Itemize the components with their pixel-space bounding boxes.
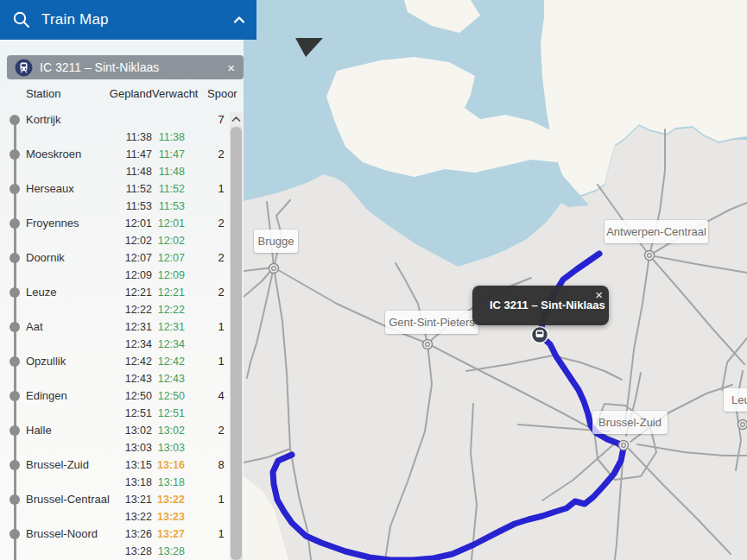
station-name[interactable]: Froyennes [26,215,79,232]
station-name[interactable]: Edingen [26,387,67,405]
table-row[interactable]: Doornik 12:07 12:07 2 12:09 12:09 [0,249,228,284]
departure-expected: 12:22 [152,301,185,318]
table-row[interactable]: Brussel-Noord 13:26 13:27 1 13:28 13:28 [0,525,228,560]
timeline-dot [9,287,20,298]
departure-planned: 11:38 [95,129,152,146]
departure-planned: 13:28 [95,543,152,560]
arrival-planned: 11:52 [95,180,152,198]
arrival-expected: 13:02 [152,422,185,439]
tooltip-close-icon[interactable]: × [595,287,603,303]
column-station: Station [26,87,60,100]
chevron-up-icon[interactable] [232,15,246,25]
table-row[interactable]: Aat 12:31 12:31 1 12:34 12:34 [0,318,228,353]
arrival-planned: 12:50 [95,387,152,405]
station-name[interactable]: Herseaux [26,180,74,198]
arrival-planned: 12:42 [95,353,152,370]
station-name[interactable]: Opzullik [26,353,66,370]
table-row[interactable]: Brussel-Centraal 13:21 13:22 1 13:22 13:… [0,491,228,525]
station-name[interactable]: Doornik [26,249,65,267]
timeline-dot [9,322,20,332]
station-name[interactable]: Brussel-Zuid [26,456,89,474]
station-name[interactable]: Halle [26,422,52,439]
selected-train-bar[interactable]: IC 3211 – Sint-Niklaas × [7,55,244,79]
timeline-dot [9,218,20,229]
table-row[interactable]: Kortrijk 7 11:38 11:38 [0,111,228,146]
column-platform: Spoor [207,87,242,100]
map-label-antwerpen[interactable]: Antwerpen-Centraal [605,220,708,243]
departure-planned: 11:53 [95,198,152,215]
table-row[interactable]: Edingen 12:50 12:50 4 12:51 12:51 [0,387,228,422]
map-label-leuven[interactable]: Leu [724,388,747,412]
arrival-planned [95,111,152,129]
arrival-planned: 12:21 [95,284,152,301]
map-label-brussel-zuid[interactable]: Brussel-Zuid [592,411,668,434]
arrival-planned: 13:15 [95,456,152,474]
table-row[interactable]: Brussel-Zuid 13:15 13:16 8 13:18 13:18 [0,456,228,491]
table-row[interactable]: Opzullik 12:42 12:42 1 12:43 12:43 [0,353,228,387]
search-icon[interactable] [12,10,31,29]
departure-expected: 11:38 [152,129,185,146]
arrival-expected: 12:07 [152,249,185,267]
train-position-marker[interactable] [532,327,548,343]
station-list: Kortrijk 7 11:38 11:38 Moeskroen 11:47 1… [0,111,228,560]
table-row[interactable]: Leuze 12:21 12:21 2 12:22 12:22 [0,284,228,318]
table-row[interactable]: Froyennes 12:01 12:01 2 12:02 12:02 [0,215,228,249]
close-icon[interactable]: × [227,60,235,75]
departure-expected: 12:02 [152,232,185,249]
departure-expected: 13:28 [152,543,185,560]
scrollbar[interactable] [230,112,243,560]
tooltip-title: IC 3211 – Sint-Niklaas [472,286,609,325]
page-title: Train Map [41,11,232,28]
scrollbar-thumb[interactable] [231,127,242,560]
arrival-expected: 12:31 [152,318,185,336]
arrival-planned: 13:02 [95,422,152,439]
arrival-planned: 12:01 [95,215,152,232]
arrival-expected: 13:16 [152,456,185,474]
timeline-dot [9,356,20,367]
arrival-planned: 12:31 [95,318,152,336]
timeline-dot [9,425,20,436]
map-graphics [244,0,747,560]
arrival-expected: 12:50 [152,387,185,405]
arrival-expected: 12:01 [152,215,185,232]
departure-planned: 11:48 [95,163,152,180]
table-row[interactable]: Moeskroen 11:47 11:47 2 11:48 11:48 [0,146,228,180]
timeline-dot [9,149,20,160]
station-name[interactable]: Kortrijk [26,111,60,129]
timeline-dot [9,115,20,125]
departure-expected: 12:51 [152,405,185,422]
selected-train-title: IC 3211 – Sint-Niklaas [40,60,227,74]
arrival-expected: 11:47 [152,146,185,163]
departure-planned: 12:22 [95,301,152,318]
departure-planned: 12:43 [95,370,152,387]
map-label-brugge[interactable]: Brugge [254,230,298,253]
train-icon [15,59,33,77]
arrival-planned: 12:07 [95,249,152,267]
timeline-dot [9,529,20,539]
station-marker-leuven [738,420,747,430]
timeline-dot [9,391,20,401]
arrival-expected: 12:21 [152,284,185,301]
station-name[interactable]: Moeskroen [26,146,81,163]
train-tooltip[interactable]: IC 3211 – Sint-Niklaas × [472,286,609,325]
departure-planned: 12:09 [95,267,152,284]
map-canvas[interactable]: Brugge Gent-Sint-Pieters Antwerpen-Centr… [244,0,747,560]
departure-expected: 12:09 [152,267,185,284]
map-label-gent[interactable]: Gent-Sint-Pieters [385,311,478,334]
station-name[interactable]: Brussel-Noord [26,525,98,543]
table-header: Station Gepland Verwacht Spoor [0,87,244,103]
arrival-planned: 13:26 [95,525,152,543]
station-name[interactable]: Leuze [26,284,56,301]
arrival-expected: 13:27 [152,525,185,543]
station-name[interactable]: Aat [26,318,43,336]
arrival-planned: 13:21 [95,491,152,508]
station-marker-gent [423,340,433,349]
table-row[interactable]: Herseaux 11:52 11:52 1 11:53 11:53 [0,180,228,215]
arrival-planned: 11:47 [95,146,152,163]
tooltip-tail [295,38,323,57]
arrival-expected: 12:42 [152,353,185,370]
scrollbar-up-icon[interactable] [230,112,243,126]
departure-expected: 13:03 [152,439,185,456]
arrival-expected: 13:22 [152,491,185,508]
table-row[interactable]: Halle 13:02 13:02 2 13:03 13:03 [0,422,228,456]
